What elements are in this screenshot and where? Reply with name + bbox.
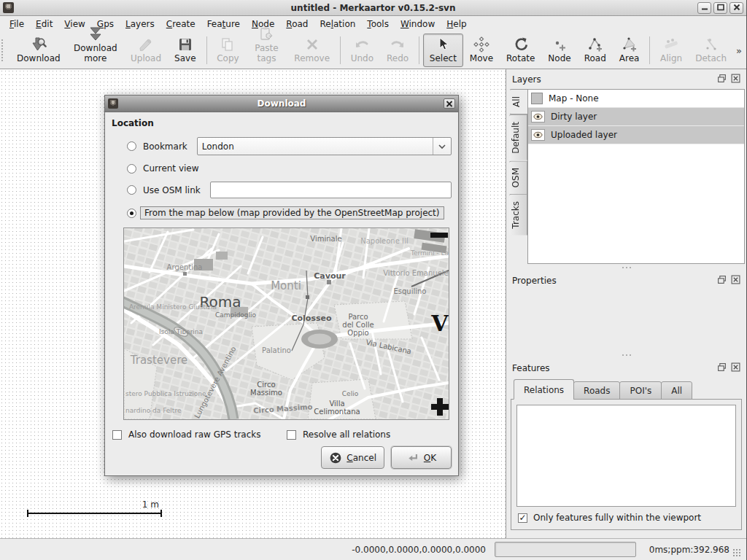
checkbox-resolve-all-relations[interactable] — [287, 430, 296, 440]
layers-float-button[interactable] — [716, 74, 727, 85]
menu-edit[interactable]: Edit — [31, 18, 58, 31]
toolbar-drag-handle[interactable] — [1, 39, 9, 61]
close-button[interactable] — [729, 2, 743, 14]
features-tab-all[interactable]: All — [661, 381, 692, 400]
menu-file[interactable]: File — [4, 18, 29, 31]
bookmark-combobox[interactable]: London — [197, 137, 452, 155]
layers-tab-osm[interactable]: OSM — [509, 160, 527, 194]
layer-swatch-icon[interactable] — [531, 93, 543, 104]
eye-icon[interactable] — [531, 129, 545, 141]
features-tab-relations[interactable]: Relations — [514, 379, 574, 400]
toolbar-rotate-button[interactable]: Rotate — [500, 34, 541, 67]
layers-tab-all[interactable]: All — [509, 89, 528, 114]
radio-use-osm-link[interactable] — [127, 185, 136, 195]
properties-close-button[interactable] — [730, 276, 740, 286]
minimize-icon — [700, 2, 709, 13]
layer-row-uploaded-layer[interactable]: Uploaded layer — [528, 126, 744, 144]
float-icon — [717, 275, 727, 287]
toolbar-label: Area — [619, 53, 640, 63]
properties-dock-header: Properties — [506, 271, 746, 289]
float-icon — [717, 74, 727, 85]
menu-tools[interactable]: Tools — [362, 18, 394, 31]
features-tab-poi-s[interactable]: POI's — [619, 381, 662, 400]
toolbar-overflow-button[interactable]: » — [733, 45, 745, 56]
maximize-button[interactable] — [713, 2, 727, 14]
copy-icon — [219, 36, 236, 52]
ok-button[interactable]: OK — [391, 446, 452, 469]
menu-relation[interactable]: Relation — [314, 18, 360, 31]
splitter-handle[interactable] — [506, 264, 746, 271]
map-zoom-in-button[interactable] — [430, 402, 449, 419]
features-tab-roads[interactable]: Roads — [573, 381, 620, 400]
download-icon — [30, 36, 47, 52]
option-label[interactable]: Bookmark — [143, 141, 187, 152]
layer-row-dirty-layer[interactable]: Dirty layer — [528, 108, 744, 126]
dialog-titlebar[interactable]: Download — [105, 96, 458, 112]
toolbar-area-button[interactable]: Area — [613, 34, 646, 67]
radio-current-view[interactable] — [127, 164, 136, 174]
osm-link-input[interactable] — [210, 182, 452, 198]
menu-window[interactable]: Window — [395, 18, 440, 31]
dialog-title: Download — [105, 98, 458, 109]
map-label: Termini - La — [410, 249, 449, 257]
dialog-close-button[interactable] — [444, 98, 455, 109]
ok-icon — [406, 451, 419, 464]
toolbar-copy-button[interactable]: Copy — [210, 34, 245, 67]
option-label[interactable]: From the map below (map provided by the … — [140, 206, 444, 219]
option-row-from-the-map-below-map-p: From the map below (map provided by the … — [127, 206, 452, 219]
toolbar-upload-button[interactable]: Upload — [124, 34, 168, 67]
menu-create[interactable]: Create — [161, 18, 201, 31]
chevron-down-icon[interactable] — [433, 138, 451, 155]
features-list[interactable] — [516, 405, 736, 507]
layers-tab-tracks[interactable]: Tracks — [509, 194, 527, 236]
toolbar-label: Rotate — [506, 53, 535, 63]
toolbar-label: Save — [174, 53, 196, 63]
toolbar-paste-tags-button[interactable]: Paste tags — [246, 34, 288, 67]
layer-label: Uploaded layer — [551, 130, 617, 140]
map-zoom-out-button[interactable] — [430, 228, 449, 246]
layers-tab-default[interactable]: Default — [509, 114, 527, 160]
viewport-only-checkbox[interactable]: ✓ — [518, 513, 527, 523]
menu-help[interactable]: Help — [441, 18, 471, 31]
toolbar-move-button[interactable]: Move — [463, 34, 500, 67]
menu-layers[interactable]: Layers — [120, 18, 160, 31]
toolbar-save-button[interactable]: Save — [168, 34, 202, 67]
features-close-button[interactable] — [730, 363, 740, 373]
toolbar-label: Align — [660, 53, 682, 63]
toolbar-detach-button[interactable]: Detach — [689, 34, 733, 67]
menu-feature[interactable]: Feature — [202, 18, 245, 31]
toolbar-remove-button[interactable]: Remove — [287, 34, 336, 67]
eye-icon[interactable] — [531, 111, 545, 122]
minimize-button[interactable] — [697, 2, 711, 14]
layer-row-map-none[interactable]: Map - None — [528, 90, 744, 108]
menu-view[interactable]: View — [59, 18, 90, 31]
cancel-button[interactable]: Cancel — [321, 446, 384, 469]
radio-from-the-map-below-map-p[interactable] — [127, 209, 136, 218]
checkbox-label[interactable]: Resolve all relations — [303, 429, 390, 440]
checkbox-row-also-download-raw-gps-tr: Also download raw GPS tracks — [112, 429, 287, 440]
features-float-button[interactable] — [716, 363, 727, 373]
properties-float-button[interactable] — [716, 276, 727, 286]
toolbar-road-button[interactable]: Road — [578, 34, 613, 67]
radio-bookmark[interactable] — [127, 141, 136, 151]
toolbar-download-more-button[interactable]: Download more — [67, 34, 124, 67]
statusbar-coordinates: -0.0000,0.0000,0.0000,0.0000 — [352, 545, 495, 555]
layers-close-button[interactable] — [730, 74, 740, 85]
toolbar-node-button[interactable]: Node — [541, 34, 577, 67]
toolbar-redo-button[interactable]: Redo — [380, 34, 415, 67]
download-more-icon — [87, 26, 104, 42]
checkbox-label[interactable]: Also download raw GPS tracks — [128, 429, 260, 440]
scalebar: 1 m — [27, 499, 162, 514]
toolbar-align-button[interactable]: Align — [654, 34, 689, 67]
toolbar-download-button[interactable]: Download — [10, 34, 67, 67]
checkbox-also-download-raw-gps-tr[interactable] — [112, 430, 122, 440]
upload-icon — [137, 36, 155, 52]
resize-grip[interactable] — [732, 548, 742, 558]
toolbar-undo-button[interactable]: Undo — [344, 34, 380, 67]
menu-road[interactable]: Road — [281, 18, 313, 31]
toolbar-select-button[interactable]: Select — [423, 34, 463, 67]
splitter-handle[interactable] — [506, 351, 746, 358]
dialog-map-preview[interactable]: ArgentinaViminaleNapoleone IIITermini - … — [123, 228, 449, 420]
option-label[interactable]: Use OSM link — [143, 185, 201, 195]
option-label[interactable]: Current view — [143, 163, 199, 174]
